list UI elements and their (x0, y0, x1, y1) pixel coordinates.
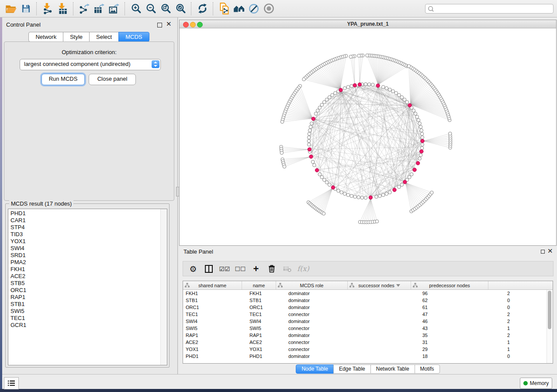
mcds-result-item[interactable]: PMA2 (8, 259, 167, 266)
column-header-successor-nodes[interactable]: successor nodes (348, 281, 411, 289)
table-cell: connector (286, 339, 362, 346)
mcds-result-list[interactable]: PHD1CAR1STP4TID3YOX1SWI4SRD1PMA2FKH1ACE2… (8, 209, 167, 365)
table-cell: 1 (430, 325, 512, 332)
mcds-result-item[interactable]: STB5 (8, 280, 167, 287)
float-table-panel-icon[interactable] (541, 250, 545, 254)
export-network-button[interactable] (77, 2, 92, 16)
import-network-icon (42, 3, 53, 14)
export-table-button[interactable] (92, 2, 107, 16)
tab-network-table[interactable]: Network Table (370, 364, 415, 374)
delete-column-button[interactable] (265, 263, 278, 275)
control-panel-title: Control Panel (6, 21, 41, 28)
save-session-button[interactable] (18, 2, 33, 16)
table-scrollbar-thumb[interactable] (548, 291, 551, 329)
mcds-result-item[interactable]: ACE2 (8, 273, 167, 280)
minimize-window-icon[interactable] (190, 22, 196, 28)
node-table: shared namenameMCDS rolesuccessor nodesp… (183, 281, 553, 364)
tab-edge-table[interactable]: Edge Table (333, 364, 371, 374)
mcds-result-item[interactable]: GCR1 (8, 322, 167, 329)
mcds-result-item[interactable]: YOX1 (8, 238, 167, 245)
table-row[interactable]: RAP1RAP1dominator352 (183, 332, 553, 339)
list-icon (7, 380, 15, 387)
mcds-result-item[interactable]: SWI5 (8, 308, 167, 315)
dropdown-stepper-icon (152, 60, 159, 68)
close-panel-button[interactable]: Close panel (89, 74, 136, 85)
table-row[interactable]: ACE2ACE2connector311 (183, 339, 553, 346)
mcds-result-item[interactable]: PHD1 (8, 210, 167, 217)
mcds-result-item[interactable]: STB1 (8, 301, 167, 308)
tab-network[interactable]: Network (28, 32, 63, 42)
table-body: FKH1FKH1dominator962STB1STB1dominator620… (183, 290, 553, 360)
mcds-result-item[interactable]: SRD1 (8, 252, 167, 259)
optimization-criterion-select[interactable]: largest connected component (undirected) (20, 59, 161, 70)
table-row[interactable]: PHD1PHD1dominator180 (183, 353, 553, 360)
tab-motifs[interactable]: Motifs (415, 364, 440, 374)
table-cell: 1 (430, 346, 512, 353)
table-row[interactable]: FKH1FKH1dominator962 (183, 290, 553, 297)
network-canvas[interactable] (180, 28, 556, 245)
panel-split-divider[interactable] (176, 17, 179, 374)
hide-elements-button[interactable] (246, 2, 261, 16)
tab-node-table[interactable]: Node Table (296, 364, 334, 374)
tab-select[interactable]: Select (89, 32, 119, 42)
mcds-result-item[interactable]: RAP1 (8, 294, 167, 301)
table-row[interactable]: STB1STB1dominator620 (183, 297, 553, 304)
mcds-result-item[interactable]: FKH1 (8, 266, 167, 273)
table-row[interactable]: SWI5SWI5connector431 (183, 325, 553, 332)
column-header-shared-name[interactable]: shared name (183, 281, 242, 289)
zoom-fit-button[interactable] (158, 2, 173, 16)
zoom-in-button[interactable] (128, 2, 143, 16)
open-session-button[interactable] (3, 2, 18, 16)
select-all-button[interactable]: ☑☑ (218, 263, 231, 275)
maximize-window-icon[interactable] (197, 22, 203, 28)
column-header-MCDS-role[interactable]: MCDS role (276, 281, 348, 289)
table-row[interactable]: ORC1ORC1dominator610 (183, 304, 553, 311)
selected-option: largest connected component (undirected) (24, 61, 131, 67)
table-cell: dominator (286, 318, 362, 325)
table-settings-button[interactable]: ⚙ (187, 263, 200, 275)
close-window-icon[interactable] (183, 22, 189, 28)
column-header-predecessor-nodes[interactable]: predecessor nodes (411, 281, 488, 289)
delete-table-button[interactable] (281, 263, 294, 275)
close-table-panel-icon[interactable]: ✕ (547, 248, 553, 254)
mcds-result-item[interactable]: TEC1 (8, 315, 167, 322)
mcds-result-item[interactable]: CAR1 (8, 217, 167, 224)
export-network-document-button[interactable] (217, 2, 232, 16)
table-scrollbar[interactable] (547, 290, 552, 363)
tab-style[interactable]: Style (63, 32, 90, 42)
network-graph (180, 28, 556, 245)
export-image-button[interactable] (107, 2, 121, 16)
deselect-all-button[interactable]: ☐☐ (234, 263, 247, 275)
refresh-view-button[interactable] (195, 2, 210, 16)
table-cell: dominator (286, 297, 362, 304)
add-column-button[interactable]: + (249, 263, 263, 275)
task-history-button[interactable] (4, 377, 19, 389)
memory-button[interactable]: Memory (520, 378, 552, 389)
table-row[interactable]: YOX1YOX1connector291 (183, 346, 553, 353)
network-window-titlebar[interactable]: YPA_prune.txt_1 (180, 20, 556, 28)
mcds-list-scrollbar[interactable] (160, 209, 167, 365)
table-row[interactable]: TEC1TEC1connector472 (183, 311, 553, 318)
table-cell: ACE2 (183, 339, 247, 346)
table-cell: TEC1 (183, 311, 247, 318)
mcds-result-item[interactable]: TID3 (8, 231, 167, 238)
zoom-selected-button[interactable] (173, 2, 188, 16)
run-mcds-button[interactable]: Run MCDS (42, 74, 85, 85)
mcds-result-item[interactable]: STP4 (8, 224, 167, 231)
zoom-out-button[interactable] (143, 2, 158, 16)
column-header-name[interactable]: name (242, 281, 276, 289)
close-panel-icon[interactable]: ✕ (166, 21, 172, 28)
toolbar-separator (213, 2, 214, 15)
home-views-button[interactable] (232, 2, 246, 16)
show-elements-button[interactable] (261, 2, 276, 16)
mcds-result-item[interactable]: ORC1 (8, 287, 167, 294)
table-row[interactable]: SWI4SWI4dominator462 (183, 318, 553, 325)
import-network-button[interactable] (40, 2, 55, 16)
import-table-button[interactable] (55, 2, 70, 16)
search-input[interactable] (435, 5, 551, 12)
function-builder-button[interactable]: f(x) (297, 263, 310, 275)
split-columns-button[interactable] (202, 263, 215, 275)
float-panel-icon[interactable] (157, 23, 162, 28)
mcds-result-item[interactable]: SWI4 (8, 245, 167, 252)
tab-mcds[interactable]: MCDS (118, 32, 149, 42)
